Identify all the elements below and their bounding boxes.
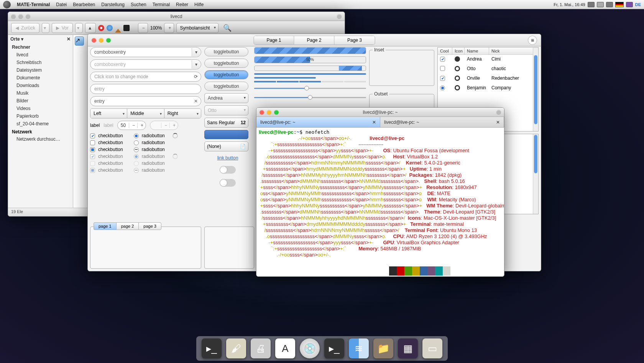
tray-volume-icon[interactable] [597, 2, 604, 7]
zoom-in-button[interactable]: + [164, 23, 174, 33]
maximize-icon[interactable] [106, 38, 111, 43]
checkbutton[interactable] [90, 133, 95, 138]
minimize-icon[interactable] [18, 14, 23, 19]
dock-files-icon[interactable]: 📁 [373, 338, 393, 358]
menu-reiter[interactable]: Reiter [173, 2, 191, 7]
minimize-icon[interactable] [267, 110, 271, 115]
distro-logo-icon[interactable] [3, 1, 11, 8]
entry-input[interactable]: entry✕ [90, 96, 201, 106]
radiobutton[interactable] [134, 133, 139, 138]
radiobutton[interactable] [134, 168, 139, 173]
sidebar-item[interactable]: Schreibtisch [8, 59, 73, 66]
togglebutton-4[interactable]: togglebutton [204, 82, 248, 91]
clock[interactable]: Fr, 1. Mai., 16:49 [554, 2, 585, 7]
active-app-name[interactable]: MATE-Terminal [14, 2, 53, 7]
iconmode-input[interactable]: Click icon to change mode⟳ [90, 72, 201, 82]
close-icon[interactable] [11, 14, 16, 19]
checkbutton[interactable] [90, 161, 95, 166]
forward-button[interactable]: ▶ Vor [52, 23, 73, 33]
hamburger-menu-icon[interactable]: ≡ [528, 36, 537, 45]
file-button[interactable]: (None)📄 [204, 141, 248, 151]
entry-placeholder[interactable]: entry [90, 84, 201, 94]
sidebar-item[interactable]: Videos [8, 105, 73, 112]
menu-bearbeiten[interactable]: Bearbeiten [70, 2, 98, 7]
window-menu-icon[interactable] [496, 110, 501, 115]
maximize-icon[interactable] [26, 14, 30, 19]
zoom-out-button[interactable]: − [138, 23, 148, 33]
spin-50[interactable]: 50−+ [117, 121, 146, 130]
select-andrea[interactable]: Andrea [204, 93, 248, 103]
dock-gimp-icon[interactable]: 🖌 [226, 338, 246, 358]
togglebutton-1[interactable]: togglebutton [204, 47, 248, 56]
togglebutton-active[interactable]: togglebutton [204, 70, 248, 79]
spin-plus[interactable]: + [137, 123, 146, 128]
checkbutton[interactable] [90, 140, 95, 145]
refresh-icon[interactable]: ⟳ [194, 74, 198, 79]
maximize-icon[interactable] [274, 110, 279, 115]
dock-finder-icon[interactable]: ≋ [349, 338, 369, 358]
tray-indicator-icon[interactable] [626, 2, 633, 7]
dock-terminal-icon[interactable]: ▸_ [202, 338, 222, 358]
tree-row[interactable]: Ottochaotic [438, 64, 538, 74]
togglebutton-2[interactable]: togglebutton [204, 59, 248, 68]
minimize-icon[interactable] [99, 38, 104, 43]
dock-terminal2-icon[interactable]: ▸_ [324, 338, 344, 358]
tree-row[interactable]: AndreaCimi [438, 55, 538, 64]
scale-slider-2[interactable] [254, 94, 366, 101]
keyboard-locale[interactable]: DE [635, 2, 641, 7]
tree-row[interactable]: BenjaminCompany [438, 84, 538, 93]
radiobutton[interactable] [134, 161, 139, 166]
switch-2[interactable] [220, 179, 236, 187]
sidebar-item[interactable]: Bilder [8, 97, 73, 105]
nb-tab-1[interactable]: page 1 [94, 222, 116, 230]
back-button[interactable]: ◀ Zurück [11, 23, 39, 33]
window-menu-icon[interactable] [337, 14, 342, 19]
back-menu-button[interactable]: ▾ [42, 23, 49, 33]
sidebar-item[interactable]: Dateisystem [8, 66, 73, 74]
close-icon[interactable] [92, 38, 96, 43]
sidebar-item[interactable]: Musik [8, 89, 73, 97]
stop-icon[interactable] [98, 25, 104, 31]
sidebar-netzwerk-header[interactable]: Netzwerk [8, 128, 73, 135]
menu-darstellung[interactable]: Darstellung [98, 2, 128, 7]
tree-row[interactable]: OrvilleRedenbacher [438, 74, 538, 84]
forward-menu-button[interactable]: ▾ [75, 23, 83, 33]
seg-left[interactable]: Left [90, 109, 127, 118]
checkbutton[interactable] [90, 154, 95, 159]
switch-1[interactable] [220, 166, 236, 174]
radiobutton[interactable] [134, 140, 139, 145]
close-tab-icon[interactable]: ✕ [496, 120, 500, 125]
nb-tab-3[interactable]: page 3 [138, 222, 161, 230]
sidebar-item[interactable]: livecd [8, 51, 73, 59]
dock-text-icon[interactable]: A [275, 338, 295, 358]
link-button[interactable]: link button [204, 154, 251, 162]
close-icon[interactable] [260, 110, 264, 115]
select-otto[interactable]: Otto [204, 105, 248, 115]
sidebar-item[interactable]: Downloads [8, 82, 73, 89]
seg-right[interactable]: Right [164, 109, 201, 118]
nb-tab-2[interactable]: page 2 [116, 222, 139, 230]
view-mode-select[interactable]: Symbolansicht [176, 23, 219, 33]
reload-icon[interactable] [107, 25, 113, 31]
tray-flag-icon[interactable] [615, 2, 624, 7]
search-icon[interactable]: 🔍 [223, 24, 232, 32]
checkbutton[interactable] [90, 147, 95, 152]
sidebar-rechner[interactable]: Rechner [8, 43, 73, 51]
menu-hilfe[interactable]: Hilfe [191, 2, 207, 7]
comboboxentry-2[interactable]: comboboxentry [90, 59, 201, 69]
checkbutton[interactable] [90, 168, 95, 173]
close-sidebar-icon[interactable]: ✕ [67, 36, 71, 42]
radiobutton[interactable] [134, 154, 139, 159]
sidebar-item[interactable]: Papierkorb [8, 112, 73, 120]
scale-slider-1[interactable] [254, 85, 366, 92]
places-header[interactable]: Orte ▾ [10, 36, 23, 42]
spin-minus[interactable]: − [129, 123, 137, 128]
location-toggle-icon[interactable]: ↗ [75, 36, 84, 46]
tab-page2[interactable]: Page 2 [294, 36, 335, 44]
radiobutton[interactable] [134, 147, 139, 152]
dock-screens-icon[interactable]: ▦ [398, 338, 418, 358]
font-button[interactable]: Sans Regular12 [204, 118, 248, 128]
tray-network-icon[interactable] [606, 2, 613, 7]
tab-page3[interactable]: Page 3 [335, 36, 375, 44]
tab-page1[interactable]: Page 1 [254, 36, 294, 44]
